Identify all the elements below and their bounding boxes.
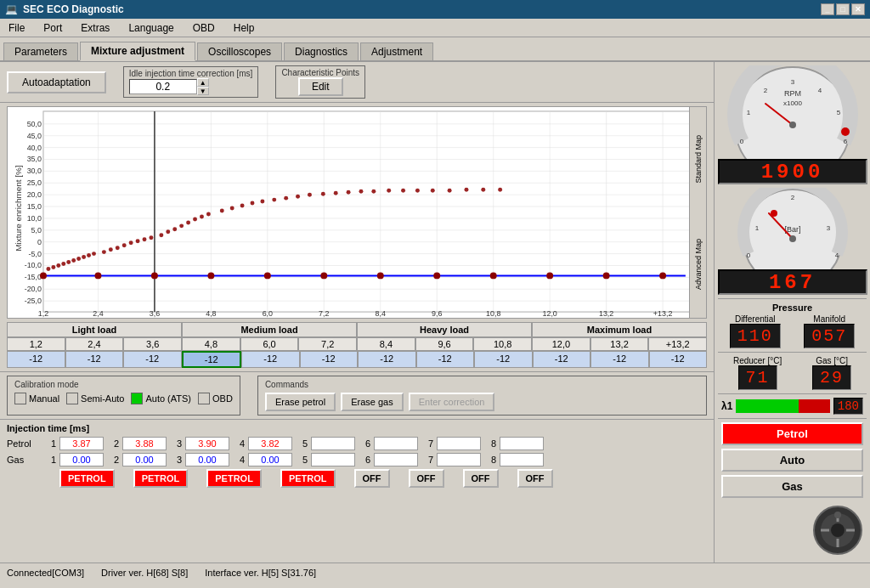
menu-extras[interactable]: Extras	[76, 20, 115, 36]
fuel-btn-7[interactable]: OFF	[463, 469, 499, 488]
enter-correction-button[interactable]: Enter correction	[409, 393, 495, 411]
menu-file[interactable]: File	[3, 20, 30, 36]
semiauto-radio[interactable]	[66, 393, 78, 404]
menu-port[interactable]: Port	[38, 20, 67, 36]
status-bar: Connected[COM3] Driver ver. H[68] S[8] I…	[0, 563, 870, 581]
idle-injection-field[interactable]	[129, 79, 197, 94]
close-button[interactable]: ✕	[851, 3, 865, 15]
gas-val-5[interactable]	[311, 453, 355, 466]
fuel-mode-section: Petrol Auto Gas	[718, 418, 867, 501]
maximize-button[interactable]: □	[836, 3, 850, 15]
tab-parameters[interactable]: Parameters	[3, 42, 78, 60]
menu-language[interactable]: Language	[123, 20, 178, 36]
gas-val-2[interactable]	[122, 453, 167, 466]
minimize-button[interactable]: _	[821, 3, 834, 15]
fuel-btn-4[interactable]: PETROL	[280, 469, 336, 488]
erase-petrol-button[interactable]: Erase petrol	[265, 393, 336, 411]
petrol-val-2[interactable]	[122, 437, 167, 450]
auto-mode-button[interactable]: Auto	[721, 449, 863, 472]
val-cell-11[interactable]: -12	[649, 351, 708, 368]
svg-point-109	[334, 191, 338, 195]
svg-point-61	[40, 272, 47, 279]
petrol-val-7[interactable]	[437, 437, 481, 450]
commands-buttons: Erase petrol Erase gas Enter correction	[265, 393, 699, 411]
svg-text:0: 0	[739, 138, 743, 145]
svg-point-96	[193, 217, 197, 221]
petrol-num-8: 8	[484, 438, 496, 449]
svg-point-104	[272, 198, 276, 202]
svg-text:Mixture enrichment [%]: Mixture enrichment [%]	[14, 165, 23, 252]
inj-time-0: 1,2	[7, 337, 65, 351]
gas-mode-button[interactable]: Gas	[721, 475, 863, 498]
erase-gas-button[interactable]: Erase gas	[341, 393, 404, 411]
fuel-btn-8[interactable]: OFF	[517, 469, 553, 488]
svg-point-103	[260, 200, 264, 204]
differential-value: 110	[730, 324, 781, 348]
tab-mixture-adjustment[interactable]: Mixture adjustment	[80, 42, 195, 61]
petrol-val-5[interactable]	[311, 437, 355, 450]
autoadaptation-button[interactable]: Autoadaptation	[7, 71, 106, 93]
calibration-manual[interactable]: Manual	[14, 393, 59, 404]
menu-help[interactable]: Help	[229, 20, 260, 36]
menu-obd[interactable]: OBD	[188, 20, 220, 36]
idle-injection-down[interactable]: ▼	[197, 87, 209, 95]
svg-text:1: 1	[746, 109, 750, 116]
petrol-val-1[interactable]	[59, 437, 104, 450]
fuel-btn-1[interactable]: PETROL	[59, 469, 115, 488]
gas-val-7[interactable]	[437, 453, 481, 466]
petrol-row: Petrol 1 2 3 4 5 6 7 8	[7, 437, 707, 450]
idle-injection-up[interactable]: ▲	[197, 78, 209, 87]
calibration-semiauto[interactable]: Semi-Auto	[66, 393, 124, 404]
obd-radio[interactable]	[198, 393, 210, 404]
svg-rect-0	[43, 111, 697, 312]
gas-val-8[interactable]	[500, 453, 544, 466]
tab-oscilloscopes[interactable]: Oscilloscopes	[197, 42, 282, 60]
val-cell-3[interactable]: -12	[182, 351, 242, 368]
tab-adjustment[interactable]: Adjustment	[360, 42, 433, 60]
auto-radio[interactable]	[131, 393, 143, 404]
tab-diagnostics[interactable]: Diagnostics	[284, 42, 359, 60]
svg-point-90	[149, 235, 153, 240]
gas-val-3[interactable]	[185, 453, 229, 466]
fuel-btn-3[interactable]: PETROL	[206, 469, 262, 488]
fuel-btn-2[interactable]: PETROL	[133, 469, 189, 488]
chart-sidebar: Standard Map Advanced Map	[689, 107, 706, 318]
val-cell-7[interactable]: -12	[416, 351, 475, 368]
chart-area: 50,0 45,0 40,0 35,0 30,0 25,0 20,0 15,0 …	[7, 106, 707, 319]
gas-num-7: 7	[421, 455, 433, 465]
val-cell-6[interactable]: -12	[358, 351, 416, 368]
gas-val-4[interactable]	[248, 453, 292, 466]
val-cell-0[interactable]: -12	[7, 351, 65, 368]
char-points-edit-button[interactable]: Edit	[298, 77, 343, 96]
standard-map-label[interactable]: Standard Map	[694, 135, 703, 184]
fuel-btn-6[interactable]: OFF	[409, 469, 444, 488]
fuel-btn-5[interactable]: OFF	[354, 469, 390, 488]
svg-text:0: 0	[37, 238, 42, 246]
gas-val-1[interactable]	[59, 453, 104, 466]
val-cell-2[interactable]: -12	[123, 351, 182, 368]
svg-text:45,0: 45,0	[27, 132, 42, 140]
petrol-val-3[interactable]	[185, 437, 229, 450]
manual-radio[interactable]	[14, 393, 26, 404]
gas-val-6[interactable]	[374, 453, 418, 466]
svg-point-65	[264, 272, 271, 279]
val-cell-9[interactable]: -12	[533, 351, 591, 368]
petrol-val-6[interactable]	[374, 437, 418, 450]
connection-status: Connected[COM3]	[7, 568, 84, 578]
petrol-val-4[interactable]	[248, 437, 292, 450]
val-cell-10[interactable]: -12	[590, 351, 649, 368]
petrol-val-8[interactable]	[500, 437, 544, 450]
advanced-map-label[interactable]: Advanced Map	[694, 239, 703, 290]
val-cell-8[interactable]: -12	[474, 351, 533, 368]
val-cell-5[interactable]: -12	[300, 351, 359, 368]
calibration-auto[interactable]: Auto (ATS)	[131, 393, 191, 404]
reducer-label: Reducer [°C]	[733, 356, 782, 365]
svg-text:10,8: 10,8	[486, 309, 500, 318]
svg-point-94	[179, 223, 184, 228]
calibration-obd[interactable]: OBD	[198, 393, 233, 404]
svg-point-70	[546, 272, 553, 279]
petrol-mode-button[interactable]: Petrol	[721, 422, 863, 445]
svg-point-67	[377, 272, 384, 279]
val-cell-4[interactable]: -12	[241, 351, 300, 368]
val-cell-1[interactable]: -12	[65, 351, 124, 368]
